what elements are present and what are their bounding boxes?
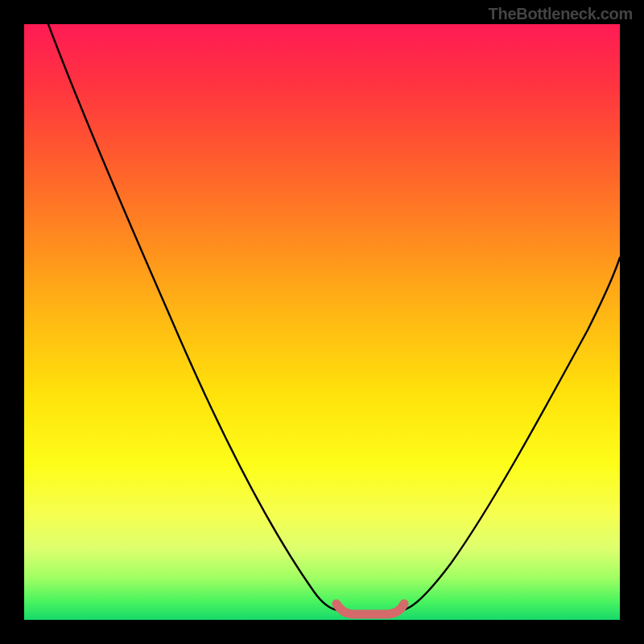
curve-right-path (402, 258, 620, 610)
curve-left-path (48, 24, 338, 610)
watermark-text: TheBottleneck.com (489, 5, 633, 23)
chart-curve-layer (24, 24, 620, 620)
bottleneck-chart (24, 24, 620, 620)
valley-marker-path (336, 604, 404, 614)
